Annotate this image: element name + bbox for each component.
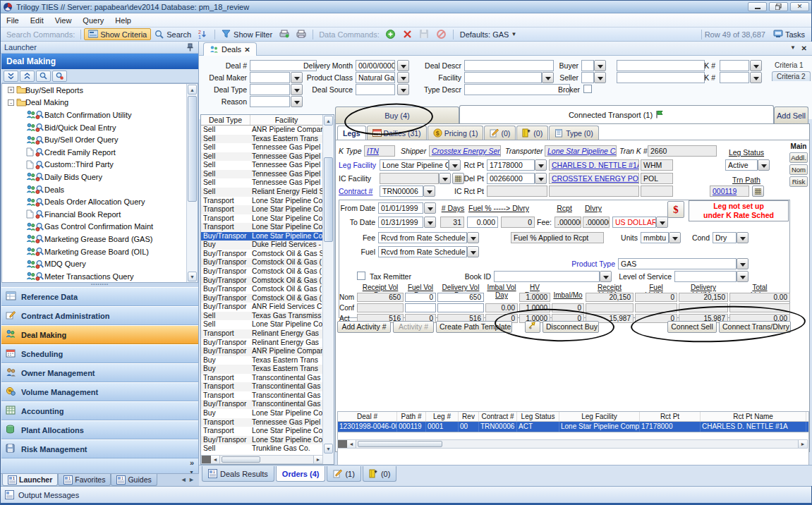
tree-item-buy-sell-order-query[interactable]: Buy/Sell Order Query: [2, 133, 198, 146]
rct-pt-name[interactable]: CHARLES D. NETTLE #1A: [549, 159, 639, 171]
subtab-0[interactable]: (0): [484, 126, 516, 140]
orders-col-deal-[interactable]: Deal #: [338, 412, 397, 421]
scroll-up-icon[interactable]: ▲: [324, 116, 333, 126]
table-row[interactable]: Buy/TransporComstock Oil & Gas S: [201, 250, 323, 259]
orders-col-leg-status[interactable]: Leg Status: [517, 412, 559, 421]
tree-item-gas-control-confirmation-maint[interactable]: Gas Control Confirmation Maint: [2, 221, 198, 233]
scroll-down-icon[interactable]: ▼: [324, 444, 333, 454]
tree-expander-icon[interactable]: -: [8, 99, 14, 106]
units-dropdown[interactable]: [669, 232, 681, 243]
deal-source-input[interactable]: [356, 84, 395, 95]
tree-item-deals-order-allocation-query[interactable]: Deals Order Allocation Query: [2, 195, 198, 208]
transporter-value[interactable]: Lone Star Pipeline Com...: [545, 145, 617, 157]
broker-checkbox[interactable]: [583, 85, 592, 93]
sidebar-item-reference-data[interactable]: Reference Data: [1, 287, 198, 306]
currency-dropdown[interactable]: [656, 217, 668, 228]
table-row[interactable]: Buy/TransporComstock Oil & Gas (: [201, 285, 323, 294]
book-id-value[interactable]: [494, 271, 600, 282]
ic-facility-value[interactable]: [380, 173, 439, 184]
sidebar-item-plant-allocations[interactable]: Plant Allocations: [1, 420, 198, 439]
table-row[interactable]: 12301998-0046-00000119000100TRN00006ACTL…: [338, 422, 808, 432]
table-row[interactable]: TransportTennessee Gas Pipel: [201, 418, 323, 427]
cond-value[interactable]: Dry: [713, 232, 737, 243]
volume-cell[interactable]: 650: [437, 293, 484, 302]
tree-item-buy-sell-reports[interactable]: +Buy/Sell Reports: [2, 84, 198, 97]
table-row[interactable]: SellTennessee Gas Pipel: [201, 161, 323, 170]
sidebar-item-volume-management[interactable]: %Volume Management: [1, 382, 198, 401]
volume-cell[interactable]: [405, 303, 436, 312]
orders-col-contract-[interactable]: Contract #: [479, 412, 517, 421]
table-row[interactable]: TransportRelinant Energy Gas: [201, 329, 323, 339]
bottom-tab-1[interactable]: (1): [327, 466, 360, 482]
add-record-button[interactable]: [382, 28, 399, 40]
grid-hscrollbar[interactable]: ◄ ►: [201, 455, 323, 464]
print-button[interactable]: [293, 28, 310, 40]
table-row[interactable]: TransportTranscontinental Gas: [201, 374, 323, 383]
tax-remitter-checkbox[interactable]: [357, 272, 365, 280]
grid-vscrollbar[interactable]: ▲ ▼: [322, 115, 334, 464]
delivery-month-input[interactable]: 00/00/0000: [356, 60, 395, 71]
minimize-button[interactable]: [748, 2, 767, 11]
bottom-tab-orders4[interactable]: Orders (4): [276, 466, 326, 482]
units-value[interactable]: mmbtu: [641, 232, 669, 243]
table-row[interactable]: TransportTranscontinental Gas: [201, 391, 323, 401]
k-type-value[interactable]: ITN: [364, 145, 395, 157]
orders-col-rev[interactable]: Rev: [459, 412, 479, 421]
fee-sched-value[interactable]: Rcvd from Rate Schedule: [378, 232, 467, 243]
cond-dropdown[interactable]: [737, 232, 749, 243]
level-of-service-value[interactable]: [674, 271, 737, 282]
menu-edit[interactable]: Edit: [25, 15, 49, 26]
subtab-legs[interactable]: Legs: [337, 126, 366, 140]
scroll-left-icon[interactable]: ◄: [347, 440, 356, 448]
menu-file[interactable]: File: [1, 15, 25, 26]
find-button[interactable]: [36, 71, 51, 82]
table-row[interactable]: TransportLone Star Pipeline Co: [201, 197, 323, 206]
table-row[interactable]: Buy/TransporRelinant Energy Gas: [201, 339, 323, 348]
table-row[interactable]: BuyDuke Field Services -: [201, 241, 323, 250]
to-date-dropdown[interactable]: [424, 217, 436, 228]
sidebar-item-accounting[interactable]: Accounting: [1, 401, 198, 420]
tree-item-daily-bids-query[interactable]: Daily Bids Query: [2, 171, 198, 183]
tab-dropdown-icon[interactable]: ▼: [790, 44, 796, 51]
menu-help[interactable]: Help: [109, 15, 137, 26]
table-row[interactable]: TransportLone Star Pipeline Co: [201, 214, 323, 224]
tree-item-custom-third-party[interactable]: Custom::Third Party: [2, 159, 198, 171]
table-row[interactable]: TransportLone Star Pipeline Co: [201, 223, 323, 232]
buyer-dropdown[interactable]: [594, 60, 606, 71]
tree-item-mdq-query[interactable]: MDQ Query: [2, 257, 198, 270]
table-row[interactable]: Buy/TransporComstock Oil & Gas (: [201, 294, 323, 303]
del-pt-name[interactable]: CROSSTEX ENERGY POOL ...: [549, 173, 639, 184]
orders-col-path-[interactable]: Path #: [397, 412, 426, 421]
leg-status-value[interactable]: Active: [725, 159, 758, 171]
deals-tab[interactable]: Deals ✕: [203, 42, 257, 56]
connect-sell-button[interactable]: Connect Sell: [667, 321, 717, 333]
tree-item-deal-making[interactable]: -Deal Making: [2, 97, 198, 109]
criteria1-tab[interactable]: Criteria 1: [775, 61, 804, 69]
product-type-value[interactable]: GAS: [618, 258, 737, 269]
add-activity-button[interactable]: Add Activity #: [337, 321, 391, 333]
search-button[interactable]: Search: [151, 28, 195, 40]
k1-input[interactable]: [720, 60, 749, 71]
create-path-template-button[interactable]: Create Path Template: [436, 321, 512, 333]
table-row[interactable]: SellTennessee Gas Pipel: [201, 170, 323, 179]
tree-expander-icon[interactable]: +: [8, 87, 14, 93]
table-row[interactable]: Buy/TransporANR Pipeline Compar: [201, 347, 323, 356]
scroll-up-icon[interactable]: ▲: [188, 85, 197, 95]
ic-facility-dropdown[interactable]: [439, 173, 451, 184]
side-main-label[interactable]: Main: [789, 142, 808, 150]
scroll-thumb[interactable]: [222, 456, 260, 463]
table-row[interactable]: Buy/TransporTranscontinental Gas: [201, 400, 323, 409]
table-row[interactable]: SellTennessee Gas Pipel: [201, 178, 323, 188]
trn-path-value[interactable]: 000119: [710, 185, 749, 197]
table-row[interactable]: TransportLone Star Pipeline Co: [201, 427, 323, 436]
menu-query[interactable]: Query: [77, 15, 109, 26]
fuel-sched-value[interactable]: Rcvd from Rate Schedule: [378, 246, 467, 257]
bottom-tab-0[interactable]: (0): [363, 466, 396, 482]
cancel-edit-button[interactable]: [433, 28, 450, 40]
show-criteria-button[interactable]: Show Criteria: [84, 28, 151, 40]
del-pt-dropdown[interactable]: [535, 173, 547, 184]
currency-value[interactable]: US DOLLAR: [612, 217, 656, 228]
table-row[interactable]: Buy/TransporLone Star Pipeline Co: [201, 232, 323, 241]
seller-combo[interactable]: [581, 72, 594, 83]
scroll-left-icon[interactable]: ◄: [211, 456, 220, 463]
